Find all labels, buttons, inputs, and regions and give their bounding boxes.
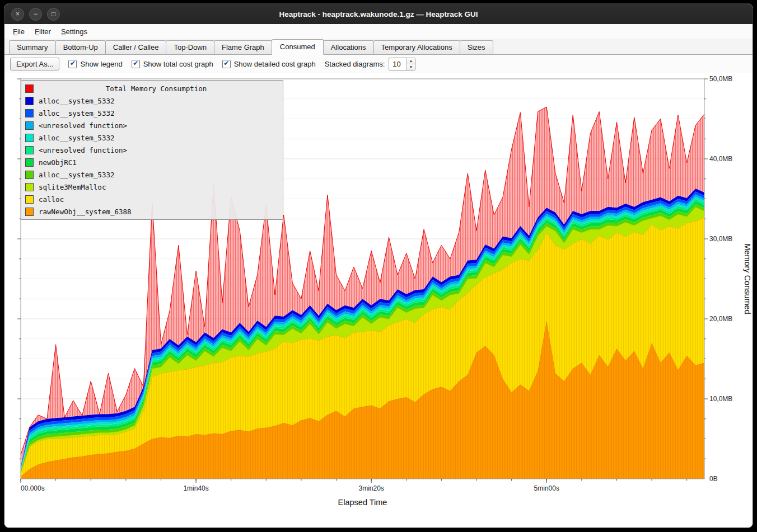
spinner-arrows: ▲ ▼ (406, 58, 415, 70)
legend-title: Total Memory Consumption (34, 84, 279, 93)
legend-label: alloc__system_5332 (39, 171, 114, 179)
checkbox-label: Show legend (80, 60, 122, 68)
legend-label: alloc__system_5332 (39, 97, 114, 105)
legend-item: alloc__system_5332 (21, 107, 283, 119)
legend-label: rawNewObj__system_6388 (39, 208, 132, 216)
spinner-up-button[interactable]: ▲ (406, 58, 415, 64)
window-controls: ×−□ (11, 4, 60, 24)
tab-top-down[interactable]: Top-Down (166, 40, 214, 54)
spinner-value: 10 (389, 58, 406, 70)
x-tick-label: 5min00s (534, 484, 559, 492)
legend-item: newObjRC1 (21, 156, 283, 168)
legend-item: alloc__system_5332 (21, 95, 283, 107)
stacked-diagrams-control: Stacked diagrams: 10 ▲ ▼ (325, 58, 416, 70)
checkbox-box[interactable] (132, 60, 140, 68)
window-title: Heaptrack - heaptrack.wakunode.1.gz — He… (279, 10, 478, 18)
y-tick-label: 40,0MB (709, 155, 732, 163)
y-tick-label: 0B (709, 475, 718, 483)
tab-consumed[interactable]: Consumed (272, 39, 324, 55)
legend-label: calloc (39, 195, 64, 204)
tab-summary[interactable]: Summary (9, 40, 56, 54)
legend-label: sqlite3MemMalloc (39, 183, 106, 191)
stacked-diagrams-spinner[interactable]: 10 ▲ ▼ (389, 58, 415, 70)
legend-swatch (25, 183, 34, 191)
checkbox-show-detailed-cost-graph[interactable]: Show detailed cost graph (222, 60, 316, 68)
legend-label: alloc__system_5332 (39, 134, 114, 142)
y-tick-label: 50,0MB (709, 75, 732, 83)
tab-bottom-up[interactable]: Bottom-Up (55, 40, 106, 54)
legend-item: <unresolved function> (21, 119, 283, 131)
stacked-diagrams-label: Stacked diagrams: (325, 60, 385, 68)
menu-file[interactable]: File (8, 26, 30, 37)
menu-settings[interactable]: Settings (56, 26, 92, 37)
checkbox-label: Show total cost graph (143, 60, 213, 68)
chart-legend: Total Memory Consumptionalloc__system_53… (21, 80, 283, 220)
titlebar: ×−□ Heaptrack - heaptrack.wakunode.1.gz … (4, 4, 753, 24)
checkbox-box[interactable] (222, 60, 231, 68)
export-as-button[interactable]: Export As... (10, 58, 59, 70)
legend-swatch (25, 109, 34, 117)
legend-swatch (25, 208, 34, 216)
legend-label: newObjRC1 (39, 158, 77, 167)
checkbox-show-total-cost-graph[interactable]: Show total cost graph (132, 60, 213, 68)
tab-caller-callee[interactable]: Caller / Callee (105, 40, 167, 54)
tab-sizes[interactable]: Sizes (460, 40, 493, 54)
legend-label: <unresolved function> (39, 146, 127, 154)
legend-label: <unresolved function> (39, 121, 127, 130)
legend-swatch (25, 146, 34, 154)
legend-swatch (25, 97, 34, 105)
app-window: ×−□ Heaptrack - heaptrack.wakunode.1.gz … (4, 3, 753, 528)
tab-temporary-allocations[interactable]: Temporary Allocations (373, 40, 460, 54)
spinner-down-button[interactable]: ▼ (406, 64, 415, 70)
menu-filter[interactable]: Filter (30, 26, 56, 37)
legend-label: alloc__system_5332 (39, 109, 114, 117)
maximize-button[interactable]: □ (47, 8, 60, 21)
legend-swatch (25, 158, 34, 167)
legend-swatch (25, 134, 34, 142)
minimize-button[interactable]: − (29, 8, 42, 21)
tab-allocations[interactable]: Allocations (323, 40, 374, 54)
toolbar-checkboxes: Show legendShow total cost graphShow det… (68, 60, 315, 68)
y-axis-title: Memory Consumed (743, 243, 752, 314)
tab-bar: SummaryBottom-UpCaller / CalleeTop-DownF… (4, 39, 753, 55)
y-tick-label: 30,0MB (709, 235, 732, 243)
legend-item: alloc__system_5332 (21, 168, 283, 181)
x-tick-label: 3min20s (358, 484, 384, 492)
legend-item: alloc__system_5332 (21, 131, 283, 144)
chart-area[interactable]: 00.000s1min40s3min20s5min00s0B10,0MB20,0… (4, 73, 753, 528)
x-tick-label: 1min40s (183, 484, 208, 492)
tab-flame-graph[interactable]: Flame Graph (214, 40, 272, 54)
legend-item: rawNewObj__system_6388 (21, 205, 283, 218)
legend-item: calloc (21, 193, 283, 205)
checkbox-label: Show detailed cost graph (234, 60, 316, 68)
legend-swatch (25, 171, 34, 179)
legend-swatch (25, 84, 34, 93)
checkbox-box[interactable] (68, 60, 77, 68)
checkbox-show-legend[interactable]: Show legend (68, 60, 122, 68)
close-button[interactable]: × (11, 8, 24, 21)
legend-swatch (25, 195, 34, 204)
legend-item: <unresolved function> (21, 144, 283, 156)
legend-item: sqlite3MemMalloc (21, 181, 283, 193)
x-tick-label: 00.000s (21, 484, 45, 492)
legend-swatch (25, 121, 34, 130)
menubar: FileFilterSettings (4, 24, 753, 39)
x-axis-title: Elapsed Time (338, 498, 387, 507)
toolbar: Export As... Show legendShow total cost … (4, 55, 753, 73)
legend-title-row: Total Memory Consumption (21, 82, 283, 95)
y-tick-label: 10,0MB (709, 395, 732, 403)
y-tick-label: 20,0MB (709, 315, 732, 323)
